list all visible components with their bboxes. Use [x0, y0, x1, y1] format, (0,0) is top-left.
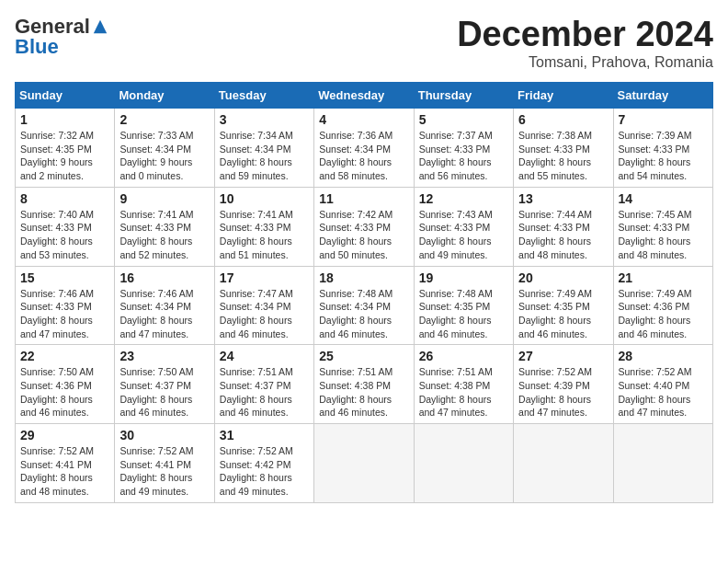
- sunrise-label: Sunrise: 7:34 AM: [220, 130, 293, 141]
- day-number: 23: [119, 349, 209, 363]
- day-number: 15: [20, 270, 109, 285]
- sunset-label: Sunset: 4:40 PM: [619, 380, 690, 391]
- sunrise-label: Sunrise: 7:45 AM: [619, 209, 692, 220]
- daylight-label: Daylight: 8 hours and 47 minutes.: [619, 394, 691, 419]
- sunrise-label: Sunrise: 7:44 AM: [518, 209, 592, 220]
- sunset-label: Sunset: 4:34 PM: [119, 301, 191, 312]
- day-info: Sunrise: 7:50 AM Sunset: 4:37 PM Dayligh…: [119, 365, 209, 419]
- day-info: Sunrise: 7:52 AM Sunset: 4:39 PM Dayligh…: [518, 365, 608, 419]
- calendar-day-18: 18 Sunrise: 7:48 AM Sunset: 4:34 PM Dayl…: [314, 266, 414, 345]
- day-number: 5: [419, 112, 508, 127]
- day-info: Sunrise: 7:34 AM Sunset: 4:34 PM Dayligh…: [220, 129, 309, 183]
- day-number: 18: [319, 270, 408, 285]
- sunrise-label: Sunrise: 7:52 AM: [619, 366, 692, 377]
- daylight-label: Daylight: 8 hours and 47 minutes.: [119, 315, 192, 339]
- day-info: Sunrise: 7:49 AM Sunset: 4:36 PM Dayligh…: [619, 287, 708, 341]
- daylight-label: Daylight: 8 hours and 48 minutes.: [518, 236, 591, 260]
- daylight-label: Daylight: 8 hours and 49 minutes.: [419, 236, 492, 260]
- sunset-label: Sunset: 4:42 PM: [220, 459, 291, 470]
- day-info: Sunrise: 7:38 AM Sunset: 4:33 PM Dayligh…: [518, 129, 608, 183]
- sunrise-label: Sunrise: 7:49 AM: [619, 288, 692, 299]
- header-sunday: Sunday: [16, 83, 115, 109]
- weekday-header-row: Sunday Monday Tuesday Wednesday Thursday…: [16, 83, 713, 109]
- sunset-label: Sunset: 4:41 PM: [20, 459, 92, 470]
- header-tuesday: Tuesday: [214, 83, 313, 109]
- day-number: 8: [20, 191, 109, 206]
- daylight-label: Daylight: 8 hours and 47 minutes.: [20, 315, 93, 339]
- sunset-label: Sunset: 4:41 PM: [119, 459, 191, 470]
- sunrise-label: Sunrise: 7:46 AM: [20, 288, 94, 299]
- sunset-label: Sunset: 4:38 PM: [419, 380, 491, 391]
- sunset-label: Sunset: 4:37 PM: [119, 380, 191, 391]
- sunrise-label: Sunrise: 7:43 AM: [419, 209, 493, 220]
- sunrise-label: Sunrise: 7:37 AM: [419, 130, 493, 141]
- sunrise-label: Sunrise: 7:41 AM: [119, 209, 193, 220]
- sunset-label: Sunset: 4:33 PM: [20, 222, 92, 233]
- calendar-day-26: 26 Sunrise: 7:51 AM Sunset: 4:38 PM Dayl…: [414, 345, 513, 424]
- calendar-day-empty: [414, 424, 513, 503]
- sunset-label: Sunset: 4:33 PM: [619, 144, 690, 155]
- daylight-label: Daylight: 9 hours and 0 minutes.: [119, 156, 192, 181]
- header-friday: Friday: [514, 83, 613, 109]
- sunrise-label: Sunrise: 7:38 AM: [518, 130, 592, 141]
- calendar-day-29: 29 Sunrise: 7:52 AM Sunset: 4:41 PM Dayl…: [16, 424, 115, 503]
- day-number: 21: [619, 270, 708, 285]
- calendar-day-22: 22 Sunrise: 7:50 AM Sunset: 4:36 PM Dayl…: [16, 345, 115, 424]
- day-info: Sunrise: 7:43 AM Sunset: 4:33 PM Dayligh…: [419, 208, 508, 262]
- calendar-day-24: 24 Sunrise: 7:51 AM Sunset: 4:37 PM Dayl…: [214, 345, 313, 424]
- sunset-label: Sunset: 4:34 PM: [220, 144, 291, 155]
- sunrise-label: Sunrise: 7:41 AM: [220, 209, 293, 220]
- day-number: 9: [119, 191, 209, 206]
- sunrise-label: Sunrise: 7:33 AM: [119, 130, 193, 141]
- sunrise-label: Sunrise: 7:39 AM: [619, 130, 692, 141]
- sunrise-label: Sunrise: 7:52 AM: [119, 445, 193, 456]
- calendar-day-2: 2 Sunrise: 7:33 AM Sunset: 4:34 PM Dayli…: [115, 109, 214, 188]
- calendar-day-empty: [314, 424, 414, 503]
- day-info: Sunrise: 7:50 AM Sunset: 4:36 PM Dayligh…: [20, 365, 109, 419]
- calendar-day-4: 4 Sunrise: 7:36 AM Sunset: 4:34 PM Dayli…: [314, 109, 414, 188]
- calendar-day-1: 1 Sunrise: 7:32 AM Sunset: 4:35 PM Dayli…: [16, 109, 115, 188]
- sunset-label: Sunset: 4:33 PM: [119, 222, 191, 233]
- day-info: Sunrise: 7:51 AM Sunset: 4:38 PM Dayligh…: [319, 365, 408, 419]
- logo: General Blue: [15, 15, 108, 59]
- sunset-label: Sunset: 4:34 PM: [319, 301, 391, 312]
- day-info: Sunrise: 7:46 AM Sunset: 4:34 PM Dayligh…: [119, 287, 209, 341]
- day-info: Sunrise: 7:52 AM Sunset: 4:42 PM Dayligh…: [220, 444, 309, 499]
- day-number: 24: [220, 349, 309, 363]
- day-number: 20: [518, 270, 608, 285]
- day-number: 16: [119, 270, 209, 285]
- calendar-day-9: 9 Sunrise: 7:41 AM Sunset: 4:33 PM Dayli…: [115, 187, 214, 266]
- daylight-label: Daylight: 8 hours and 46 minutes.: [518, 315, 591, 339]
- sunset-label: Sunset: 4:37 PM: [220, 380, 291, 391]
- header-saturday: Saturday: [613, 83, 712, 109]
- daylight-label: Daylight: 8 hours and 56 minutes.: [419, 156, 492, 181]
- day-info: Sunrise: 7:51 AM Sunset: 4:37 PM Dayligh…: [220, 365, 309, 419]
- daylight-label: Daylight: 8 hours and 50 minutes.: [319, 236, 392, 260]
- daylight-label: Daylight: 8 hours and 46 minutes.: [619, 315, 691, 339]
- calendar-day-7: 7 Sunrise: 7:39 AM Sunset: 4:33 PM Dayli…: [613, 109, 712, 188]
- sunrise-label: Sunrise: 7:52 AM: [518, 366, 592, 377]
- daylight-label: Daylight: 8 hours and 54 minutes.: [619, 156, 691, 181]
- calendar-day-14: 14 Sunrise: 7:45 AM Sunset: 4:33 PM Dayl…: [613, 187, 712, 266]
- day-info: Sunrise: 7:44 AM Sunset: 4:33 PM Dayligh…: [518, 208, 608, 262]
- header-wednesday: Wednesday: [314, 83, 414, 109]
- day-info: Sunrise: 7:45 AM Sunset: 4:33 PM Dayligh…: [619, 208, 708, 262]
- month-title: December 2024: [457, 15, 713, 54]
- calendar-day-25: 25 Sunrise: 7:51 AM Sunset: 4:38 PM Dayl…: [314, 345, 414, 424]
- sunset-label: Sunset: 4:34 PM: [119, 144, 191, 155]
- title-block: December 2024 Tomsani, Prahova, Romania: [457, 15, 713, 71]
- calendar-week-2: 8 Sunrise: 7:40 AM Sunset: 4:33 PM Dayli…: [16, 187, 713, 266]
- sunset-label: Sunset: 4:33 PM: [619, 222, 690, 233]
- day-info: Sunrise: 7:36 AM Sunset: 4:34 PM Dayligh…: [319, 129, 408, 183]
- day-info: Sunrise: 7:49 AM Sunset: 4:35 PM Dayligh…: [518, 287, 608, 341]
- calendar-day-6: 6 Sunrise: 7:38 AM Sunset: 4:33 PM Dayli…: [514, 109, 613, 188]
- day-number: 22: [20, 349, 109, 363]
- daylight-label: Daylight: 8 hours and 47 minutes.: [419, 394, 492, 419]
- sunset-label: Sunset: 4:33 PM: [20, 301, 92, 312]
- sunrise-label: Sunrise: 7:51 AM: [319, 366, 392, 377]
- calendar-day-13: 13 Sunrise: 7:44 AM Sunset: 4:33 PM Dayl…: [514, 187, 613, 266]
- day-info: Sunrise: 7:52 AM Sunset: 4:41 PM Dayligh…: [20, 444, 109, 499]
- calendar-week-4: 22 Sunrise: 7:50 AM Sunset: 4:36 PM Dayl…: [16, 345, 713, 424]
- calendar-day-20: 20 Sunrise: 7:49 AM Sunset: 4:35 PM Dayl…: [514, 266, 613, 345]
- location-title: Tomsani, Prahova, Romania: [457, 54, 713, 71]
